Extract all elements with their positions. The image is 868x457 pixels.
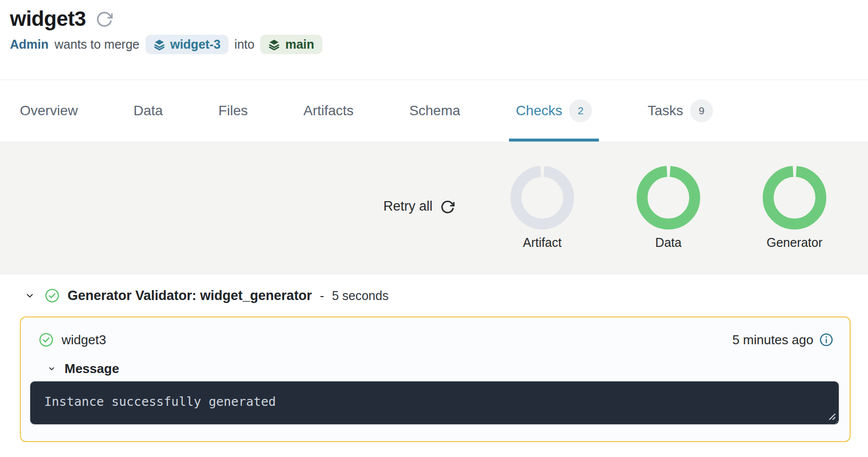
tab-files[interactable]: Files (212, 80, 255, 142)
check-title: Generator Validator: widget_generator (68, 288, 312, 304)
check-status-donuts: Artifact Data Generator (505, 166, 832, 250)
branch-layers-icon (153, 39, 165, 51)
donut-chart-artifact[interactable]: Artifact (505, 166, 579, 250)
target-branch-badge[interactable]: main (260, 35, 322, 54)
tab-artifacts[interactable]: Artifacts (296, 80, 361, 142)
tab-label: Files (218, 103, 248, 119)
tab-label: Tasks (648, 103, 683, 119)
source-branch-name: widget-3 (170, 37, 220, 52)
merge-request-header: widget3 Admin wants to merge widget-3 in… (0, 0, 868, 80)
check-group-header[interactable]: Generator Validator: widget_generator - … (4, 287, 864, 305)
result-header-row: widget3 5 minutes ago (30, 331, 839, 348)
tab-label: Artifacts (303, 103, 354, 119)
checks-count-badge: 2 (569, 99, 592, 122)
message-label: Message (65, 361, 119, 377)
donut-ring (763, 166, 826, 229)
author-link[interactable]: Admin (10, 37, 49, 52)
source-branch-badge[interactable]: widget-3 (145, 35, 228, 54)
donut-ring (637, 166, 700, 229)
donut-label: Artifact (523, 235, 562, 250)
title-row: widget3 (10, 7, 868, 31)
refresh-icon[interactable] (96, 10, 114, 28)
tab-schema[interactable]: Schema (402, 80, 467, 142)
message-toggle-row[interactable]: Message (30, 361, 839, 376)
tab-label: Data (134, 103, 163, 119)
retry-icon (440, 199, 455, 214)
check-circle-icon (39, 332, 54, 347)
message-output-textarea[interactable]: Instance successfully generated (30, 381, 839, 425)
branch-layers-icon (268, 39, 280, 51)
donut-chart-generator[interactable]: Generator (757, 166, 832, 250)
tab-tasks[interactable]: Tasks 9 (641, 80, 720, 142)
checks-summary-band: Retry all Artifact Data Generator (0, 142, 868, 275)
check-result-card: widget3 5 minutes ago Message Instance s… (20, 316, 851, 442)
donut-chart-data[interactable]: Data (631, 166, 706, 250)
donut-ring (510, 166, 574, 229)
retry-all-label: Retry all (383, 199, 433, 214)
merge-action-text: wants to merge (55, 37, 140, 52)
result-name: widget3 (62, 332, 106, 348)
retry-all-button[interactable]: Retry all (383, 199, 455, 214)
checks-panel: Generator Validator: widget_generator - … (4, 275, 864, 457)
tab-label: Schema (409, 103, 460, 119)
tasks-count-badge: 9 (690, 99, 713, 122)
page-title: widget3 (10, 7, 86, 31)
tab-label: Overview (20, 103, 78, 119)
chevron-down-icon[interactable] (48, 365, 56, 373)
donut-label: Generator (767, 235, 823, 250)
tab-overview[interactable]: Overview (13, 80, 85, 142)
check-separator: - (320, 289, 324, 303)
tab-bar: Overview Data Files Artifacts Schema Che… (0, 80, 868, 142)
message-output-wrap: Instance successfully generated (30, 381, 839, 425)
tab-checks[interactable]: Checks 2 (509, 80, 599, 142)
check-circle-icon (45, 288, 60, 303)
result-timestamp: 5 minutes ago (732, 332, 813, 348)
donut-label: Data (655, 235, 682, 250)
check-duration: 5 seconds (332, 289, 388, 303)
target-branch-name: main (285, 37, 314, 52)
tab-data[interactable]: Data (127, 80, 170, 142)
info-icon[interactable] (819, 333, 833, 347)
merge-preposition: into (234, 37, 254, 52)
chevron-down-icon[interactable] (25, 291, 35, 301)
tab-label: Checks (516, 103, 562, 119)
merge-description: Admin wants to merge widget-3 into main (10, 35, 868, 54)
